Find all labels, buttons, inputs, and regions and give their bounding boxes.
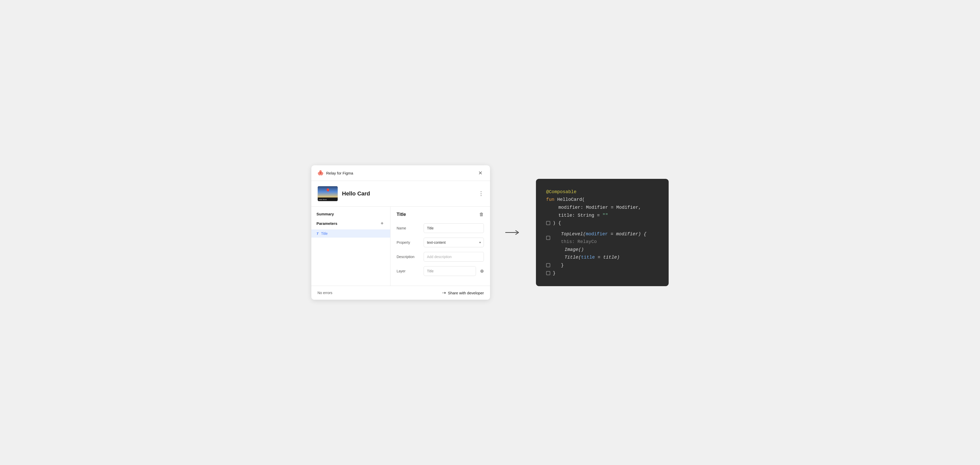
detail-title: Title [396, 212, 406, 217]
description-label: Description [396, 255, 420, 259]
panel-body: Summary Parameters + T Title Title [311, 207, 490, 286]
panel-header-left: Relay for Figma [318, 170, 353, 176]
code-line-6 [546, 227, 659, 230]
summary-label: Summary [311, 212, 390, 220]
code-token: Title( [565, 255, 581, 260]
code-line-3: modifier: Modifier = Modifier, [546, 204, 659, 211]
no-errors-label: No errors [318, 291, 332, 295]
panel-header: Relay for Figma ✕ [311, 165, 490, 181]
code-line-7: TopLevel(modifier = modifier) { this: Re… [546, 230, 659, 246]
layer-target-button[interactable]: ⊕ [480, 268, 484, 274]
share-icon: ⇢ [442, 290, 446, 296]
component-header-left: 🎈 Hello World Hello Card [318, 186, 370, 201]
add-icon: + [380, 221, 383, 226]
code-marker [546, 263, 550, 267]
description-input[interactable] [424, 252, 484, 262]
code-token: modifier [586, 232, 608, 236]
code-line-11: } [546, 269, 659, 277]
component-name: Hello Card [342, 190, 370, 197]
arrow-icon [505, 229, 520, 236]
code-token: "" [603, 213, 608, 218]
code-line-2: fun HelloCard( [546, 196, 659, 204]
share-button[interactable]: ⇢ Share with developer [442, 290, 484, 296]
more-options-button[interactable]: ⋮ [478, 190, 484, 197]
layer-label: Layer [396, 269, 420, 273]
panel: Relay for Figma ✕ 🎈 Hello World Hello Ca… [311, 165, 490, 300]
code-token: title [581, 255, 595, 260]
code-token: Image() [565, 247, 584, 252]
code-token: TopLevel( [561, 232, 586, 236]
share-label: Share with developer [448, 291, 484, 295]
code-line-8: Image() [546, 246, 659, 254]
app-title: Relay for Figma [326, 171, 353, 175]
parameters-label: Parameters [317, 221, 337, 225]
thumbnail-text: Hello World [319, 199, 327, 200]
code-token: fun [546, 197, 557, 202]
code-token: @Composable [546, 189, 576, 195]
code-token: HelloCard( [557, 197, 585, 202]
relay-logo-icon [318, 170, 324, 176]
close-icon: ✕ [478, 170, 483, 176]
target-icon: ⊕ [480, 268, 484, 274]
name-label: Name [396, 226, 420, 230]
code-token: = title) [595, 255, 620, 260]
main-container: Relay for Figma ✕ 🎈 Hello World Hello Ca… [311, 165, 669, 300]
property-select-wrapper: text-content visibility image ▾ [424, 238, 484, 247]
code-line-4: title: String = "" [546, 211, 659, 219]
property-label: Property [396, 240, 420, 244]
detail-header: Title 🗑 [396, 212, 484, 217]
code-token: = modifier) { [608, 232, 646, 236]
code-line-10: } [546, 261, 659, 269]
component-thumbnail: 🎈 Hello World [318, 186, 338, 201]
add-parameter-button[interactable]: + [379, 220, 385, 226]
panel-footer: No errors ⇢ Share with developer [311, 286, 490, 300]
code-token: } [553, 270, 555, 276]
code-panel: @Composable fun HelloCard( modifier: Mod… [536, 179, 669, 286]
code-line-1: @Composable [546, 188, 659, 196]
code-marker [546, 271, 550, 275]
code-line-9: Title(title = title) [546, 254, 659, 261]
delete-icon: 🗑 [479, 212, 484, 217]
left-sidebar: Summary Parameters + T Title [311, 207, 390, 286]
delete-button[interactable]: 🗑 [479, 212, 484, 217]
code-marker [546, 236, 550, 240]
property-field-row: Property text-content visibility image ▾ [396, 238, 484, 247]
code-token: title: String = [558, 213, 603, 218]
code-token: this: RelayCo [561, 239, 597, 244]
layer-value: Title [424, 266, 476, 276]
detail-pane: Title 🗑 Name Property text-content [390, 207, 490, 286]
code-line-5: ) { [546, 219, 659, 227]
component-header: 🎈 Hello World Hello Card ⋮ [311, 181, 490, 207]
name-field-row: Name [396, 223, 484, 233]
code-token: } [561, 263, 564, 268]
property-select[interactable]: text-content visibility image [424, 238, 484, 247]
param-item-label: Title [321, 232, 328, 236]
name-input[interactable] [424, 223, 484, 233]
thumbnail-balloon-icon: 🎈 [326, 188, 330, 192]
arrow-container [505, 229, 520, 236]
param-item-title[interactable]: T Title [311, 229, 390, 238]
parameters-section-header: Parameters + [311, 220, 390, 229]
param-type-icon: T [317, 232, 318, 236]
layer-field-row: Layer Title ⊕ [396, 266, 484, 276]
more-icon: ⋮ [478, 190, 484, 197]
code-token: ) { [553, 221, 561, 225]
code-token: modifier: Modifier = Modifier, [558, 205, 641, 210]
code-marker [546, 221, 550, 225]
close-button[interactable]: ✕ [477, 169, 484, 177]
svg-point-3 [320, 172, 321, 174]
description-field-row: Description [396, 252, 484, 262]
